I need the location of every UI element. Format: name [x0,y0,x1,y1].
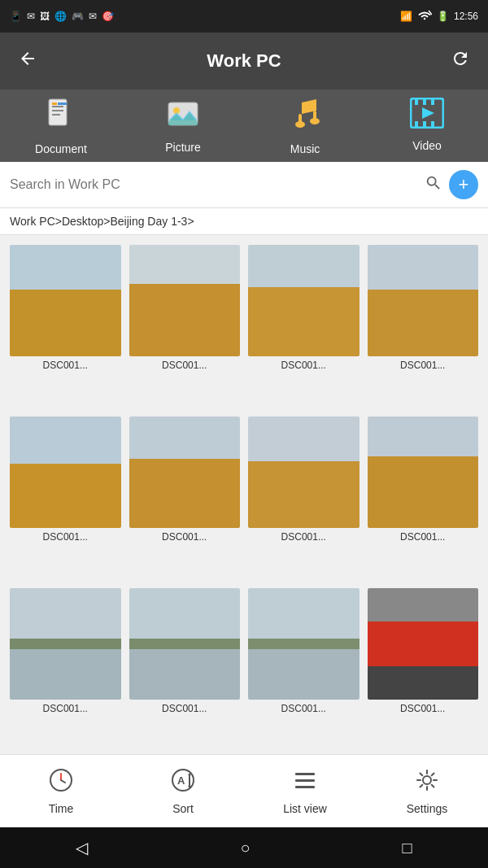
photo-item-4[interactable]: DSC001... [368,245,479,408]
svg-rect-21 [431,121,434,128]
photo-item-3[interactable]: DSC001... [248,245,359,408]
photo-grid: DSC001...DSC001...DSC001...DSC001...DSC0… [0,235,488,761]
icon-game: 🎮 [72,11,84,22]
icon-mail2: ✉ [89,11,97,22]
back-button[interactable] [13,44,42,78]
settings-icon [414,767,440,799]
time-icon [48,767,74,799]
category-video[interactable]: Video [366,98,488,155]
icon-app: 🎯 [102,11,114,22]
photo-thumb-1 [10,245,121,356]
time-label: Time [49,802,74,815]
photo-name-12: DSC001... [368,703,479,714]
signal-icon: 📶 [400,11,412,22]
photo-name-10: DSC001... [129,703,241,714]
svg-marker-22 [422,107,434,119]
svg-point-32 [423,776,431,784]
photo-item-2[interactable]: DSC001... [129,245,241,408]
music-label: Music [290,142,320,155]
search-bar: + [0,162,488,208]
photo-thumb-4 [368,245,479,356]
photo-thumb-10 [129,588,241,700]
photo-item-8[interactable]: DSC001... [368,417,479,580]
photo-thumb-5 [10,417,121,528]
photo-item-5[interactable]: DSC001... [10,417,121,580]
status-icons-left: 📱 ✉ 🖼 🌐 🎮 ✉ 🎯 [10,11,114,22]
category-bar: Document Picture Music [0,89,488,162]
svg-rect-19 [415,121,418,128]
icon-phone: 📱 [10,11,22,22]
svg-rect-6 [52,103,57,105]
picture-label: Picture [165,141,201,154]
status-bar: 📱 ✉ 🖼 🌐 🎮 ✉ 🎯 📶 🔋 12:56 [0,0,488,33]
svg-rect-30 [295,779,315,782]
back-sys-button[interactable]: ◁ [76,838,88,857]
icon-image: 🖼 [40,11,50,22]
photo-name-11: DSC001... [248,703,359,714]
svg-rect-29 [295,773,315,775]
photo-name-5: DSC001... [10,531,121,543]
settings-label: Settings [407,802,448,815]
breadcrumb: Work PC>Desktop>Beijing Day 1-3> [0,208,488,235]
photo-thumb-6 [129,417,241,528]
svg-rect-16 [415,98,418,105]
document-label: Document [35,142,87,155]
photo-name-4: DSC001... [368,360,479,371]
sort-icon: A [170,767,196,799]
list-view-label: List view [283,802,327,815]
svg-point-13 [295,121,305,128]
nav-time[interactable]: Time [0,761,122,822]
home-button[interactable]: ○ [240,839,250,857]
clock: 12:56 [454,11,478,22]
svg-rect-20 [423,121,426,128]
photo-item-7[interactable]: DSC001... [248,417,359,580]
photo-thumb-11 [248,588,359,700]
svg-line-25 [61,780,65,783]
category-document[interactable]: Document [0,98,122,155]
photo-thumb-3 [248,245,359,356]
nav-settings[interactable]: Settings [366,761,488,822]
photo-item-1[interactable]: DSC001... [10,245,121,408]
system-nav: ◁ ○ □ [0,827,488,868]
nav-sort[interactable]: A Sort [122,761,244,822]
recent-button[interactable]: □ [402,839,412,857]
photo-name-6: DSC001... [129,531,241,543]
svg-rect-17 [423,98,426,105]
status-icons-right: 📶 🔋 12:56 [400,10,478,24]
photo-thumb-2 [129,245,241,356]
music-icon [290,98,320,139]
photo-name-2: DSC001... [129,360,241,371]
photo-item-12[interactable]: DSC001... [368,588,479,752]
svg-rect-5 [52,114,60,116]
battery-icon: 🔋 [437,11,449,22]
svg-rect-3 [52,106,63,107]
photo-thumb-7 [248,417,359,528]
video-icon [410,98,444,136]
nav-list-view[interactable]: List view [244,761,366,822]
photo-thumb-8 [368,417,479,528]
svg-rect-7 [58,103,67,105]
category-picture[interactable]: Picture [122,98,244,155]
photo-thumb-12 [368,588,479,700]
svg-rect-4 [52,110,63,111]
photo-name-3: DSC001... [248,360,359,371]
photo-item-11[interactable]: DSC001... [248,588,359,752]
bottom-nav: Time A Sort List view [0,754,488,827]
add-button[interactable]: + [449,170,478,199]
svg-rect-18 [431,98,434,105]
category-music[interactable]: Music [244,98,366,155]
search-input[interactable] [10,177,418,192]
header: Work PC [0,33,488,89]
svg-rect-31 [295,786,315,788]
svg-text:A: A [177,774,185,787]
photo-item-9[interactable]: DSC001... [10,588,121,752]
photo-name-7: DSC001... [248,531,359,543]
refresh-button[interactable] [446,44,475,78]
photo-item-6[interactable]: DSC001... [129,417,241,580]
sort-label: Sort [172,802,194,815]
wifi-icon [417,10,432,24]
icon-globe: 🌐 [54,11,67,22]
photo-item-10[interactable]: DSC001... [129,588,241,752]
page-title: Work PC [207,50,281,72]
search-button[interactable] [425,174,442,196]
